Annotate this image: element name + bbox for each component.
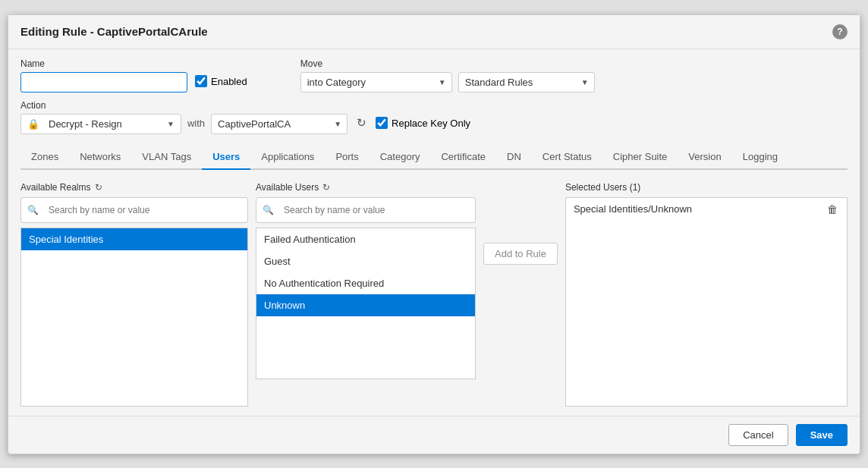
users-refresh-icon[interactable]: ↻ bbox=[322, 182, 330, 193]
with-select-wrap: CaptivePortalCA Other CA ▼ bbox=[211, 114, 348, 134]
tab-logging[interactable]: Logging bbox=[732, 145, 788, 170]
tab-version[interactable]: Version bbox=[678, 145, 731, 170]
users-search-icon: 🔍 bbox=[263, 205, 274, 215]
users-search-input[interactable] bbox=[278, 201, 469, 219]
modal-body: Name CaptivePortalRule Enabled Move into… bbox=[8, 49, 860, 416]
name-move-row: Name CaptivePortalRule Enabled Move into… bbox=[20, 58, 848, 93]
realms-search-wrap: 🔍 bbox=[20, 197, 248, 223]
tab-zones[interactable]: Zones bbox=[20, 145, 69, 170]
move-group: Move into Category Before Rule After Rul… bbox=[300, 58, 595, 93]
move-into-select-wrap: into Category Before Rule After Rule ▼ bbox=[300, 72, 452, 93]
action-row: Action 🔒 Decrypt - Resign Decrypt - Know… bbox=[20, 100, 848, 134]
tab-certificate[interactable]: Certificate bbox=[430, 145, 496, 170]
realms-refresh-icon[interactable]: ↻ bbox=[95, 182, 102, 193]
selected-users-title: Selected Users (1) bbox=[565, 182, 848, 193]
tab-category[interactable]: Category bbox=[370, 145, 431, 170]
move-category-select-wrap: Standard Rules Mandatory Rules Default R… bbox=[458, 72, 595, 93]
enabled-label: Enabled bbox=[211, 76, 247, 87]
with-group: x CaptivePortalCA Other CA ▼ bbox=[211, 100, 348, 134]
tabs-bar: Zones Networks VLAN Tags Users Applicati… bbox=[20, 145, 848, 170]
action-select[interactable]: Decrypt - Resign Decrypt - Known Key Do … bbox=[46, 115, 167, 133]
available-users-title: Available Users ↻ bbox=[256, 182, 476, 193]
list-item[interactable]: Unknown bbox=[256, 294, 475, 316]
with-select[interactable]: CaptivePortalCA Other CA bbox=[211, 114, 348, 134]
modal-title: Editing Rule - CaptivePortalCArule bbox=[20, 25, 208, 38]
action-select-wrap: 🔒 Decrypt - Resign Decrypt - Known Key D… bbox=[20, 114, 181, 134]
selected-users-title-text: Selected Users (1) bbox=[565, 182, 640, 193]
add-btn-area: Add to Rule bbox=[483, 182, 558, 265]
selected-users-list: Special Identities/Unknown 🗑 bbox=[565, 197, 848, 407]
tab-ports[interactable]: Ports bbox=[325, 145, 369, 170]
with-label: with bbox=[187, 118, 205, 129]
add-to-rule-button[interactable]: Add to Rule bbox=[483, 243, 558, 265]
replace-key-checkbox[interactable] bbox=[376, 117, 388, 129]
list-item[interactable]: Guest bbox=[256, 250, 475, 272]
middle-area: Available Users ↻ 🔍 Failed Authenticatio… bbox=[256, 182, 558, 407]
enabled-checkbox[interactable] bbox=[195, 75, 207, 87]
tab-applications[interactable]: Applications bbox=[250, 145, 325, 170]
list-item[interactable]: Special Identities bbox=[21, 228, 247, 250]
available-users-panel: Available Users ↻ 🔍 Failed Authenticatio… bbox=[256, 182, 476, 379]
selected-users-panel: Selected Users (1) Special Identities/Un… bbox=[565, 182, 848, 407]
name-input[interactable]: CaptivePortalRule bbox=[20, 72, 187, 93]
tab-cert-status[interactable]: Cert Status bbox=[532, 145, 602, 170]
delete-selected-user-btn[interactable]: 🗑 bbox=[826, 203, 839, 215]
refresh-with-btn[interactable]: ↻ bbox=[354, 115, 370, 131]
replace-key-label: Replace Key Only bbox=[392, 118, 470, 129]
selected-user-item: Special Identities/Unknown 🗑 bbox=[566, 198, 847, 221]
tab-networks[interactable]: Networks bbox=[69, 145, 131, 170]
move-into-select[interactable]: into Category Before Rule After Rule bbox=[300, 72, 452, 93]
realms-list: Special Identities bbox=[20, 228, 248, 407]
available-realms-title: Available Realms ↻ bbox=[20, 182, 248, 193]
move-category-select[interactable]: Standard Rules Mandatory Rules Default R… bbox=[458, 72, 595, 93]
realms-search-icon: 🔍 bbox=[27, 205, 39, 215]
save-button[interactable]: Save bbox=[796, 424, 848, 446]
lock-icon: 🔒 bbox=[21, 115, 42, 133]
available-users-title-text: Available Users bbox=[256, 182, 319, 193]
selected-user-label: Special Identities/Unknown bbox=[574, 203, 692, 215]
move-label: Move bbox=[300, 58, 595, 69]
enabled-checkbox-wrap: Enabled bbox=[195, 75, 247, 87]
list-item[interactable]: No Authentication Required bbox=[256, 272, 475, 294]
list-item[interactable]: Failed Authentication bbox=[256, 228, 475, 250]
users-tab-content: Available Realms ↻ 🔍 Special Identities … bbox=[20, 182, 848, 407]
realms-search-input[interactable] bbox=[42, 201, 241, 219]
tab-cipher-suite[interactable]: Cipher Suite bbox=[602, 145, 678, 170]
modal-footer: Cancel Save bbox=[8, 416, 860, 454]
modal-header: Editing Rule - CaptivePortalCArule ? bbox=[8, 15, 860, 49]
users-list: Failed Authentication Guest No Authentic… bbox=[256, 228, 476, 379]
help-icon[interactable]: ? bbox=[832, 24, 848, 39]
replace-key-wrap: Replace Key Only bbox=[376, 117, 470, 129]
action-group: Action 🔒 Decrypt - Resign Decrypt - Know… bbox=[20, 100, 181, 134]
users-search-wrap: 🔍 bbox=[256, 197, 476, 223]
tab-users[interactable]: Users bbox=[202, 145, 250, 170]
tab-vlan-tags[interactable]: VLAN Tags bbox=[131, 145, 202, 170]
editing-rule-modal: Editing Rule - CaptivePortalCArule ? Nam… bbox=[8, 14, 860, 454]
name-group: Name CaptivePortalRule bbox=[20, 58, 187, 93]
tab-dn[interactable]: DN bbox=[496, 145, 532, 170]
action-label: Action bbox=[20, 100, 181, 111]
available-realms-title-text: Available Realms bbox=[20, 182, 91, 193]
action-arrow: ▼ bbox=[167, 120, 181, 128]
cancel-button[interactable]: Cancel bbox=[728, 424, 788, 446]
name-label: Name bbox=[20, 58, 187, 69]
available-realms-panel: Available Realms ↻ 🔍 Special Identities bbox=[20, 182, 248, 407]
